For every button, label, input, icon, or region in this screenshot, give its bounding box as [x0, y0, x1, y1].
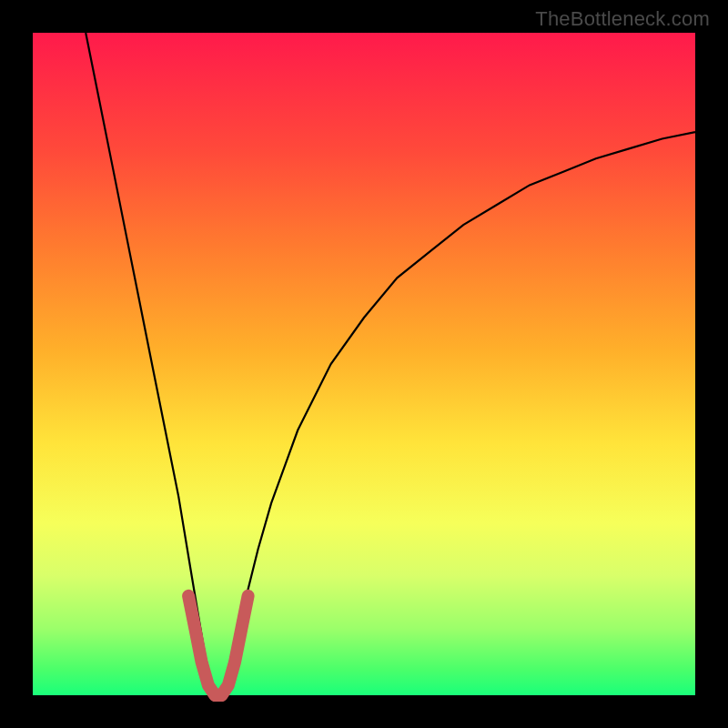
- watermark-text: TheBottleneck.com: [535, 7, 710, 31]
- curve-path: [86, 33, 695, 695]
- plot-area: [33, 33, 695, 695]
- chart-frame: TheBottleneck.com: [0, 0, 728, 728]
- optimum-marker-path: [188, 596, 248, 695]
- chart-svg: [33, 33, 695, 695]
